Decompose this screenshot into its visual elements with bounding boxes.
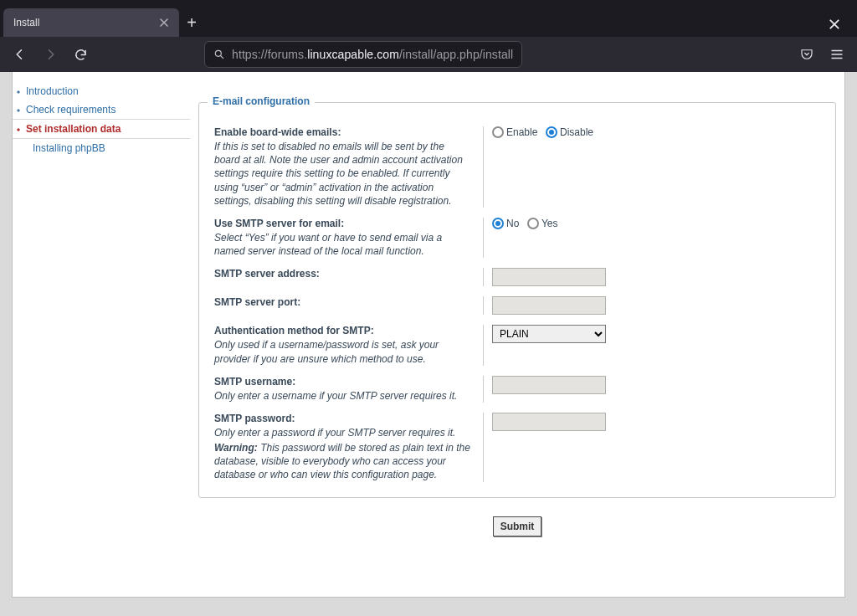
enable-emails-label: Enable board-wide emails:	[214, 126, 471, 138]
use-smtp-radio-yes[interactable]: Yes	[527, 218, 558, 229]
window-close-icon[interactable]	[819, 12, 850, 37]
smtp-host-label: SMTP server address:	[214, 268, 471, 280]
smtp-user-help: Only enter a username if your SMTP serve…	[214, 389, 471, 403]
svg-point-0	[215, 50, 221, 56]
reload-button[interactable]	[70, 44, 90, 64]
url-text: https://forums.linuxcapable.com/install/…	[232, 48, 513, 61]
enable-emails-help: If this is set to disabled no emails wil…	[214, 140, 471, 208]
fieldset-legend: E-mail configuration	[208, 95, 315, 107]
install-sidebar: Introduction Check requirements Set inst…	[13, 72, 190, 597]
smtp-pass-input[interactable]	[492, 413, 606, 431]
smtp-pass-help: Only enter a password if your SMTP serve…	[214, 426, 471, 439]
tab-close-icon[interactable]	[159, 18, 169, 28]
use-smtp-label: Use SMTP server for email:	[214, 218, 471, 229]
pocket-icon[interactable]	[797, 44, 817, 64]
use-smtp-radio-no[interactable]: No	[492, 218, 519, 229]
forward-button[interactable]	[40, 44, 60, 64]
browser-toolbar: https://forums.linuxcapable.com/install/…	[0, 37, 857, 72]
smtp-port-input[interactable]	[492, 296, 606, 315]
tab-title: Install	[13, 17, 39, 28]
tab-bar: Install +	[0, 0, 857, 37]
smtp-host-input[interactable]	[492, 268, 606, 286]
browser-tab[interactable]: Install	[3, 8, 179, 37]
email-config-fieldset: E-mail configuration Enable board-wide e…	[198, 102, 836, 498]
search-icon	[213, 49, 225, 60]
sidebar-item-installing-phpbb[interactable]: Installing phpBB	[13, 139, 190, 157]
smtp-port-label: SMTP server port:	[214, 296, 471, 308]
sidebar-item-set-installation-data[interactable]: Set installation data	[13, 119, 190, 139]
page-panel: Introduction Check requirements Set inst…	[12, 72, 845, 598]
back-button[interactable]	[10, 44, 30, 64]
menu-icon[interactable]	[827, 44, 847, 64]
smtp-user-input[interactable]	[492, 376, 606, 394]
address-bar[interactable]: https://forums.linuxcapable.com/install/…	[204, 41, 522, 68]
enable-emails-radio-enable[interactable]: Enable	[492, 126, 537, 138]
smtp-user-label: SMTP username:	[214, 376, 471, 388]
smtp-auth-label: Authentication method for SMTP:	[214, 325, 471, 336]
enable-emails-radio-disable[interactable]: Disable	[546, 126, 593, 138]
submit-button[interactable]: Submit	[493, 516, 542, 536]
smtp-auth-select[interactable]: PLAIN	[492, 325, 606, 343]
main-panel: E-mail configuration Enable board-wide e…	[190, 72, 844, 597]
use-smtp-help: Select “Yes” if you want or have to send…	[214, 231, 471, 258]
smtp-auth-help: Only used if a username/password is set,…	[214, 338, 471, 365]
smtp-pass-label: SMTP password:	[214, 413, 471, 424]
sidebar-item-introduction[interactable]: Introduction	[13, 82, 190, 100]
viewport: Introduction Check requirements Set inst…	[0, 72, 857, 616]
sidebar-item-check-requirements[interactable]: Check requirements	[13, 100, 190, 119]
smtp-pass-warning: Warning: This password will be stored as…	[214, 441, 471, 482]
new-tab-button[interactable]: +	[179, 8, 204, 37]
